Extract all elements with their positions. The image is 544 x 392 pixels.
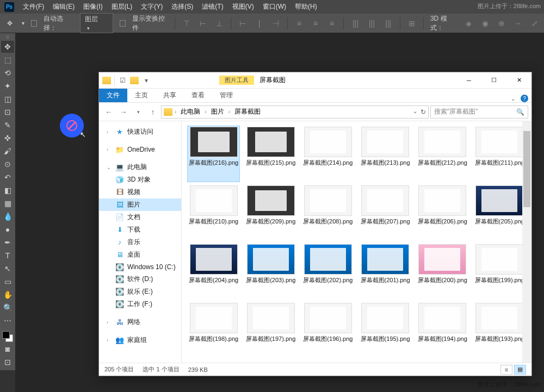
file-item[interactable]: 屏幕截图(196).png bbox=[301, 302, 354, 358]
distribute-h-icon[interactable]: ||| bbox=[350, 18, 360, 29]
color-swatches[interactable] bbox=[2, 331, 13, 342]
frame-tool[interactable]: ⊡ bbox=[1, 106, 14, 118]
crop-tool[interactable]: ◫ bbox=[1, 93, 14, 105]
file-item[interactable]: 屏幕截图(213).png bbox=[358, 126, 411, 182]
file-item[interactable]: 屏幕截图(204).png bbox=[187, 243, 240, 300]
tab-view[interactable]: 查看 bbox=[184, 89, 212, 102]
3d-scale-icon[interactable]: ⤢ bbox=[530, 18, 540, 29]
sidebar-drive-f[interactable]: 💽工作 (F:) bbox=[99, 298, 181, 310]
scrollbar-thumb[interactable] bbox=[523, 131, 530, 207]
move-tool-icon[interactable]: ✥ bbox=[4, 17, 15, 29]
sidebar-drive-e[interactable]: 💽娱乐 (E:) bbox=[99, 285, 181, 298]
3d-pan-icon[interactable]: ⊕ bbox=[497, 18, 506, 29]
zoom-tool[interactable]: 🔍 bbox=[1, 302, 14, 314]
minimize-button[interactable]: ─ bbox=[456, 72, 481, 89]
file-item[interactable]: 屏幕截图(207).png bbox=[358, 184, 411, 241]
sidebar-drive-c[interactable]: 💽Windows 10 (C:) bbox=[99, 261, 181, 273]
align-vcenter-icon[interactable]: ⊢ bbox=[198, 18, 208, 29]
file-item[interactable]: 屏幕截图(201).png bbox=[358, 243, 411, 300]
toolbar-handle-icon[interactable]: ⠿ bbox=[2, 35, 13, 40]
sidebar-onedrive[interactable]: ›📁OneDrive bbox=[99, 144, 181, 155]
file-item[interactable]: 屏幕截图(214).png bbox=[301, 126, 354, 182]
distribute-v3-icon[interactable]: ≡ bbox=[327, 18, 337, 29]
3d-roll-icon[interactable]: ◉ bbox=[480, 18, 490, 29]
search-input[interactable]: 搜索"屏幕截图" 🔍 bbox=[430, 105, 528, 119]
search-icon[interactable]: 🔍 bbox=[516, 108, 524, 116]
dodge-tool[interactable]: ● bbox=[1, 223, 14, 235]
distribute-v2-icon[interactable]: ≡ bbox=[311, 18, 320, 29]
file-item[interactable]: 屏幕截图(205).png bbox=[473, 184, 526, 241]
distribute-h2-icon[interactable]: ||| bbox=[367, 18, 376, 29]
file-item[interactable]: 屏幕截图(199).png bbox=[473, 243, 526, 300]
nav-forward-button[interactable]: → bbox=[117, 105, 130, 119]
file-item[interactable]: 屏幕截图(208).png bbox=[301, 184, 354, 241]
qat-properties-icon[interactable]: ☑ bbox=[118, 76, 127, 85]
eyedropper-tool[interactable]: ✎ bbox=[1, 119, 14, 131]
screen-mode-tool[interactable]: ⊡ bbox=[1, 356, 14, 368]
sidebar-desktop[interactable]: 🖥桌面 bbox=[99, 248, 181, 261]
menu-layer[interactable]: 图层(L) bbox=[112, 2, 133, 11]
distribute-v-icon[interactable]: ≡ bbox=[294, 18, 304, 29]
refresh-icon[interactable]: ↻ bbox=[421, 108, 426, 116]
spot-heal-tool[interactable]: ✜ bbox=[1, 132, 14, 144]
close-button[interactable]: ✕ bbox=[506, 72, 531, 89]
auto-select-dropdown[interactable]: 图层 ▾ bbox=[80, 13, 113, 33]
sidebar-drive-d[interactable]: 💽软件 (D:) bbox=[99, 273, 181, 285]
file-item[interactable]: 屏幕截图(200).png bbox=[416, 243, 469, 300]
quick-select-tool[interactable]: ✦ bbox=[1, 80, 14, 92]
breadcrumb-screenshots[interactable]: 屏幕截图 bbox=[232, 107, 263, 116]
sidebar-downloads[interactable]: ⬇下载 bbox=[99, 223, 181, 236]
view-thumbnails-button[interactable]: ▦ bbox=[514, 365, 526, 375]
nav-recent-button[interactable]: ▾ bbox=[132, 105, 145, 119]
align-hcenter-icon[interactable]: | bbox=[254, 18, 264, 29]
auto-select-checkbox[interactable] bbox=[31, 20, 37, 27]
move-tool[interactable]: ✥ bbox=[1, 41, 14, 53]
sidebar-music[interactable]: ♪音乐 bbox=[99, 236, 181, 248]
file-item[interactable]: 屏幕截图(197).png bbox=[244, 302, 297, 358]
file-item[interactable]: 屏幕截图(209).png bbox=[244, 184, 297, 241]
chevron-right-icon[interactable]: › bbox=[227, 109, 231, 115]
file-item[interactable]: 屏幕截图(203).png bbox=[244, 243, 297, 300]
menu-edit[interactable]: 编辑(E) bbox=[53, 2, 75, 11]
3d-slide-icon[interactable]: ↔ bbox=[513, 18, 523, 29]
quick-mask-tool[interactable]: ◙ bbox=[1, 343, 14, 355]
menu-type[interactable]: 文字(Y) bbox=[141, 2, 163, 11]
sidebar-quick-access[interactable]: ›★快速访问 bbox=[99, 126, 181, 138]
align-bottom-icon[interactable]: ⊥ bbox=[214, 18, 224, 29]
file-item[interactable]: 屏幕截图(195).png bbox=[358, 302, 411, 358]
tab-home[interactable]: 主页 bbox=[127, 89, 156, 102]
gradient-tool[interactable]: ▦ bbox=[1, 197, 14, 209]
breadcrumb-pictures[interactable]: 图片 bbox=[209, 107, 226, 116]
explorer-titlebar[interactable]: ☑ ▾ 图片工具 屏幕截图 ─ ☐ ✕ bbox=[99, 72, 531, 89]
distribute-h3-icon[interactable]: ||| bbox=[384, 18, 393, 29]
align-right-icon[interactable]: ⊣ bbox=[271, 18, 281, 29]
qat-newfolder-icon[interactable] bbox=[130, 77, 139, 84]
eraser-tool[interactable]: ◧ bbox=[1, 184, 14, 196]
file-item[interactable]: 屏幕截图(198).png bbox=[187, 302, 240, 358]
tab-manage[interactable]: 管理 bbox=[212, 89, 240, 102]
sidebar-videos[interactable]: 🎞视频 bbox=[99, 186, 181, 198]
blur-tool[interactable]: 💧 bbox=[1, 210, 14, 222]
tab-share[interactable]: 共享 bbox=[156, 89, 184, 102]
chevron-right-icon[interactable]: › bbox=[203, 109, 207, 115]
file-item[interactable]: 屏幕截图(215).png bbox=[244, 126, 297, 182]
address-bar[interactable]: › 此电脑 › 图片 › 屏幕截图 ⌄ ↻ bbox=[161, 105, 429, 119]
lasso-tool[interactable]: ⟲ bbox=[1, 67, 14, 79]
menu-file[interactable]: 文件(F) bbox=[23, 2, 44, 11]
menu-select[interactable]: 选择(S) bbox=[171, 2, 193, 11]
brush-tool[interactable]: 🖌 bbox=[1, 145, 14, 157]
auto-align-icon[interactable]: ⊞ bbox=[407, 18, 417, 29]
pen-tool[interactable]: ✒ bbox=[1, 237, 14, 248]
file-item[interactable]: 屏幕截图(193).png bbox=[473, 302, 526, 358]
tab-file[interactable]: 文件 bbox=[99, 89, 127, 102]
align-top-icon[interactable]: ⊤ bbox=[182, 18, 191, 29]
file-item[interactable]: 屏幕截图(212).png bbox=[416, 126, 469, 182]
address-dropdown-icon[interactable]: ⌄ bbox=[413, 108, 417, 116]
scrollbar[interactable] bbox=[522, 121, 531, 363]
3d-orbit-icon[interactable]: ◈ bbox=[464, 18, 474, 29]
nav-back-button[interactable]: ← bbox=[102, 105, 115, 119]
shape-tool[interactable]: ▭ bbox=[1, 276, 14, 288]
nav-up-button[interactable]: ↑ bbox=[146, 105, 159, 119]
sidebar-homegroup[interactable]: ›👥家庭组 bbox=[99, 334, 181, 346]
menu-view[interactable]: 视图(V) bbox=[232, 2, 254, 11]
